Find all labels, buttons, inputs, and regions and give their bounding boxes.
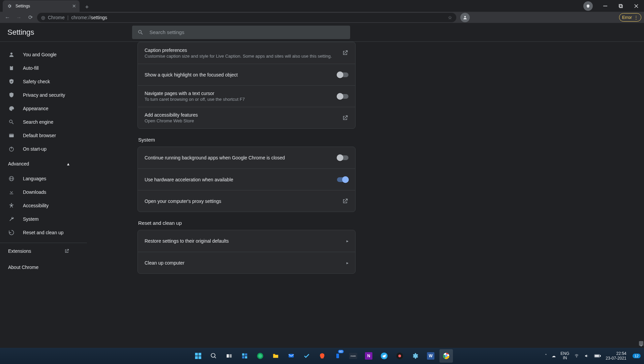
sync-error-button[interactable]: Error ⋮: [619, 13, 641, 22]
sidebar-item-label: Privacy and security: [23, 92, 65, 98]
taskbar-widgets-icon[interactable]: [238, 349, 251, 363]
tab-settings[interactable]: Settings ✕: [3, 0, 80, 12]
row-clean-up-computer[interactable]: Clean up computer ▸: [138, 252, 355, 273]
sidebar-item-appearance[interactable]: Appearance: [0, 102, 80, 115]
taskbar-brave-icon[interactable]: [315, 349, 329, 363]
url-separator: |: [67, 15, 69, 20]
site-info-icon[interactable]: ◎: [41, 15, 45, 20]
taskbar-todo-icon[interactable]: [300, 349, 313, 363]
svg-rect-23: [226, 354, 229, 358]
sidebar-item-search-engine[interactable]: Search engine: [0, 115, 80, 129]
kebab-menu-icon: ⋮: [634, 15, 638, 20]
error-label: Error: [622, 15, 632, 20]
svg-text:N: N: [367, 354, 370, 358]
nav-back-button[interactable]: ←: [3, 13, 12, 22]
section-title-system: System: [138, 137, 356, 143]
tray-clock[interactable]: 22:54 23-07-2021: [606, 351, 626, 361]
nav-forward-button[interactable]: →: [14, 13, 24, 22]
svg-rect-2: [620, 5, 622, 8]
window-minimize[interactable]: [597, 1, 613, 11]
taskbar-word-icon[interactable]: W: [424, 349, 437, 363]
reset-card: Restore settings to their original defau…: [137, 230, 356, 274]
sidebar-item-privacy-and-security[interactable]: Privacy and security: [0, 88, 80, 102]
tray-volume-icon[interactable]: [584, 354, 589, 358]
sidebar-item-auto-fill[interactable]: Auto-fill: [0, 61, 80, 75]
settings-search-input[interactable]: [150, 29, 345, 35]
settings-header: Settings: [0, 23, 644, 42]
sidebar-item-safety-check[interactable]: Safety check: [0, 75, 80, 88]
settings-search[interactable]: [132, 26, 350, 39]
open-external-icon[interactable]: [342, 115, 348, 121]
sidebar-extensions[interactable]: Extensions: [0, 243, 78, 259]
taskbar-chrome-icon[interactable]: [439, 349, 453, 363]
taskbar-settings-icon[interactable]: [408, 349, 422, 363]
row-caption-preferences[interactable]: Caption preferences Customise caption si…: [138, 42, 355, 64]
sidebar-item-you-and-google[interactable]: You and Google: [0, 48, 80, 61]
tray-notification-count[interactable]: 12: [633, 354, 641, 358]
sidebar-item-on-start-up[interactable]: On start-up: [0, 142, 80, 156]
svg-rect-51: [595, 355, 599, 357]
sidebar-item-label: Reset and clean up: [23, 230, 64, 235]
window-maximize[interactable]: [613, 1, 628, 11]
svg-text:music: music: [350, 355, 356, 357]
taskbar-search-icon[interactable]: [207, 349, 220, 363]
taskbar-start-icon[interactable]: [191, 349, 205, 363]
taskbar-phone-icon[interactable]: 60: [331, 349, 344, 363]
sidebar-item-label: Downloads: [23, 189, 46, 195]
toggle-caret-browsing[interactable]: [337, 94, 348, 99]
window-controls: [583, 0, 644, 12]
svg-rect-25: [242, 354, 244, 356]
sidebar-item-system[interactable]: System: [0, 212, 80, 226]
chevron-up-icon: ▴: [67, 161, 69, 166]
tab-close-icon[interactable]: ✕: [72, 3, 76, 9]
row-add-accessibility-features[interactable]: Add accessibility features Open Chrome W…: [138, 107, 355, 128]
toggle-hardware-accel[interactable]: [337, 177, 348, 182]
sidebar-item-accessibility[interactable]: Accessibility: [0, 199, 80, 212]
bookmark-star-icon[interactable]: ☆: [448, 15, 452, 20]
extensions-toolbar-icon[interactable]: [583, 1, 593, 11]
profile-button[interactable]: [460, 13, 470, 22]
nav-reload-button[interactable]: ⟳: [26, 13, 35, 22]
caret-sub: To turn caret browsing on or off, use th…: [145, 97, 245, 102]
taskbar-amazon-music-icon[interactable]: music: [346, 349, 360, 363]
window-close[interactable]: [628, 1, 644, 11]
taskbar-taskview-icon[interactable]: [222, 349, 236, 363]
new-tab-button[interactable]: +: [82, 2, 92, 12]
sidebar-item-downloads[interactable]: Downloads: [0, 185, 80, 199]
tray-language[interactable]: ENG IN: [560, 352, 569, 360]
sidebar-item-reset-and-clean-up[interactable]: Reset and clean up: [0, 226, 80, 239]
power-icon: [8, 146, 15, 152]
toggle-background-apps[interactable]: [337, 155, 348, 160]
open-external-icon[interactable]: [342, 198, 348, 205]
tray-date: 23-07-2021: [606, 356, 626, 361]
browser-toolbar: ← → ⟳ ◎ Chrome | chrome://settings ☆ Err…: [0, 12, 644, 23]
row-proxy-settings[interactable]: Open your computer's proxy settings: [138, 190, 355, 212]
sidebar-advanced-toggle[interactable]: Advanced ▴: [0, 156, 78, 172]
clean-title: Clean up computer: [145, 260, 184, 266]
address-bar[interactable]: ◎ Chrome | chrome://settings ☆: [37, 13, 456, 22]
sidebar-about-chrome[interactable]: About Chrome: [0, 259, 78, 275]
caption-sub: Customise caption size and style for Liv…: [145, 54, 332, 59]
taskbar-onenote-icon[interactable]: N: [362, 349, 375, 363]
row-restore-defaults[interactable]: Restore settings to their original defau…: [138, 230, 355, 252]
svg-point-21: [211, 354, 215, 358]
url-prefix: chrome://: [71, 15, 91, 20]
sidebar-item-languages[interactable]: Languages: [0, 172, 80, 185]
taskbar-explorer-icon[interactable]: [269, 349, 282, 363]
accessibility-icon: [8, 203, 15, 209]
open-external-icon[interactable]: [342, 50, 348, 56]
scrollbar-down-arrow[interactable]: ▾: [638, 343, 644, 348]
taskbar-davinci-icon[interactable]: [393, 349, 406, 363]
toggle-quick-highlight[interactable]: [337, 72, 348, 77]
tray-onedrive-icon[interactable]: ☁: [552, 354, 556, 358]
url-path: settings: [91, 15, 107, 20]
sidebar-item-default-browser[interactable]: Default browser: [0, 129, 80, 142]
taskbar-mail-icon[interactable]: [284, 349, 298, 363]
tray-battery-icon[interactable]: [594, 354, 601, 358]
section-title-reset: Reset and clean up: [138, 220, 356, 226]
tray-wifi-icon[interactable]: [574, 354, 579, 358]
tray-overflow-icon[interactable]: ˄: [545, 354, 547, 358]
taskbar-edge-icon[interactable]: [253, 349, 267, 363]
taskbar-telegram-icon[interactable]: [377, 349, 391, 363]
content-scrollbar[interactable]: ▾: [638, 42, 644, 348]
